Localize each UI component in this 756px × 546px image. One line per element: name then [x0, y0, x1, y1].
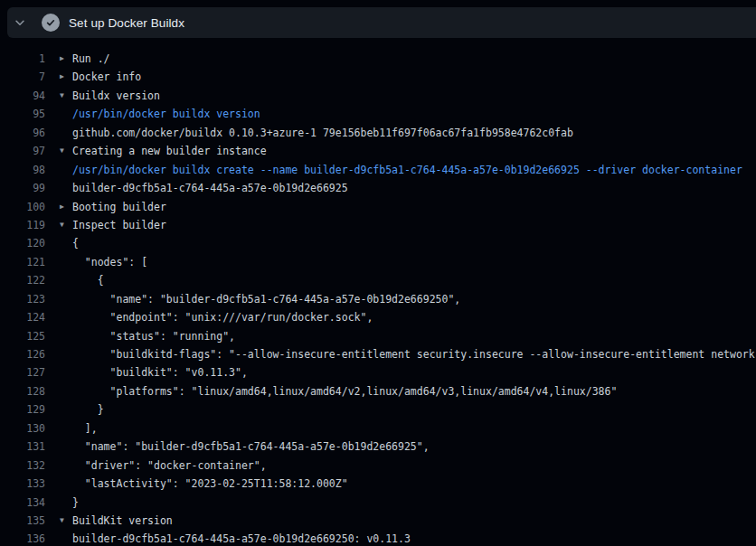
- log-line-row: 129 }: [0, 400, 756, 419]
- log-line-row: 136builder-d9cfb5a1-c764-445a-a57e-0b19d…: [0, 530, 756, 546]
- group-title: Creating a new builder instance: [72, 142, 756, 160]
- command-text: /usr/bin/docker buildx version: [72, 105, 756, 123]
- log-line-row: 131 "name": "builder-d9cfb5a1-c764-445a-…: [0, 438, 756, 456]
- line-number[interactable]: 121: [0, 253, 45, 271]
- output-text: "name": "builder-d9cfb5a1-c764-445a-a57e…: [72, 290, 756, 308]
- log-group-row[interactable]: 100▶Booting builder: [0, 198, 756, 216]
- group-collapsed-icon[interactable]: ▶: [60, 50, 72, 68]
- output-text: "platforms": "linux/amd64,linux/amd64/v2…: [72, 382, 756, 400]
- arrow-spacer: [60, 253, 72, 271]
- arrow-spacer: [60, 271, 72, 289]
- log-line-row: 98/usr/bin/docker buildx create --name b…: [0, 161, 756, 179]
- arrow-spacer: [60, 419, 72, 438]
- line-number[interactable]: 119: [0, 216, 45, 234]
- log-line-row: 127 "buildkit": "v0.11.3",: [0, 363, 756, 381]
- log-line-row: 125 "status": "running",: [0, 327, 756, 345]
- line-number[interactable]: 134: [0, 494, 45, 512]
- line-number[interactable]: 130: [0, 419, 45, 438]
- log-line-row: 121 "nodes": [: [0, 253, 756, 271]
- line-number[interactable]: 127: [0, 363, 45, 381]
- line-number[interactable]: 125: [0, 327, 45, 345]
- log-group-row[interactable]: 94▼Buildx version: [0, 87, 756, 105]
- log-line-row: 126 "buildkitd-flags": "--allow-insecure…: [0, 345, 756, 363]
- output-text: builder-d9cfb5a1-c764-445a-a57e-0b19d2e6…: [72, 530, 756, 546]
- check-circle-icon: [42, 14, 60, 32]
- line-number[interactable]: 97: [0, 142, 45, 160]
- group-expanded-icon[interactable]: ▼: [60, 512, 72, 530]
- log-group-row[interactable]: 119▼Inspect builder: [0, 216, 756, 234]
- log-line-row: 96github.com/docker/buildx 0.10.3+azure-…: [0, 124, 756, 142]
- line-number[interactable]: 98: [0, 161, 45, 179]
- output-text: "lastActivity": "2023-02-25T11:58:12.000…: [72, 475, 756, 493]
- arrow-spacer: [60, 530, 72, 546]
- command-text: /usr/bin/docker buildx create --name bui…: [72, 161, 756, 179]
- group-title: Inspect builder: [72, 216, 756, 234]
- output-text: {: [72, 234, 756, 252]
- line-number[interactable]: 96: [0, 124, 45, 142]
- arrow-spacer: [60, 290, 72, 308]
- group-collapsed-icon[interactable]: ▶: [60, 198, 72, 216]
- group-expanded-icon[interactable]: ▼: [60, 142, 72, 160]
- output-text: "buildkit": "v0.11.3",: [72, 363, 756, 381]
- arrow-spacer: [60, 494, 72, 512]
- group-title: Buildx version: [72, 87, 756, 105]
- log-line-row: 95/usr/bin/docker buildx version: [0, 105, 756, 123]
- arrow-spacer: [60, 234, 72, 252]
- group-collapsed-icon[interactable]: ▶: [60, 68, 72, 86]
- line-number[interactable]: 126: [0, 345, 45, 363]
- group-title: Docker info: [72, 68, 756, 86]
- log-line-row: 99builder-d9cfb5a1-c764-445a-a57e-0b19d2…: [0, 179, 756, 197]
- arrow-spacer: [60, 105, 72, 123]
- log-group-row[interactable]: 135▼BuildKit version: [0, 512, 756, 530]
- chevron-down-icon[interactable]: [7, 7, 33, 38]
- arrow-spacer: [60, 179, 72, 197]
- group-title: Booting builder: [72, 198, 756, 216]
- line-number[interactable]: 123: [0, 290, 45, 308]
- line-number[interactable]: 135: [0, 512, 45, 530]
- step-header[interactable]: Set up Docker Buildx: [7, 7, 756, 38]
- arrow-spacer: [60, 327, 72, 345]
- line-number[interactable]: 136: [0, 530, 45, 546]
- line-number[interactable]: 133: [0, 475, 45, 493]
- output-text: {: [72, 271, 756, 289]
- arrow-spacer: [60, 308, 72, 326]
- group-expanded-icon[interactable]: ▼: [60, 87, 72, 105]
- line-number[interactable]: 95: [0, 105, 45, 123]
- log-group-row[interactable]: 7▶Docker info: [0, 68, 756, 86]
- arrow-spacer: [60, 124, 72, 142]
- output-text: "status": "running",: [72, 327, 756, 345]
- arrow-spacer: [60, 161, 72, 179]
- log-line-row: 133 "lastActivity": "2023-02-25T11:58:12…: [0, 475, 756, 493]
- line-number[interactable]: 128: [0, 382, 45, 400]
- arrow-spacer: [60, 363, 72, 381]
- line-number[interactable]: 99: [0, 179, 45, 197]
- log-group-row[interactable]: 97▼Creating a new builder instance: [0, 142, 756, 160]
- output-text: ],: [72, 419, 756, 438]
- step-title: Set up Docker Buildx: [69, 16, 184, 30]
- log-line-row: 128 "platforms": "linux/amd64,linux/amd6…: [0, 382, 756, 400]
- output-text: }: [72, 400, 756, 419]
- group-expanded-icon[interactable]: ▼: [60, 216, 72, 234]
- arrow-spacer: [60, 382, 72, 400]
- output-text: "nodes": [: [72, 253, 756, 271]
- log-line-row: 134}: [0, 494, 756, 512]
- arrow-spacer: [60, 438, 72, 456]
- line-number[interactable]: 124: [0, 308, 45, 326]
- line-number[interactable]: 120: [0, 234, 45, 252]
- line-number[interactable]: 122: [0, 271, 45, 289]
- arrow-spacer: [60, 400, 72, 419]
- log-group-row[interactable]: 1▶Run ./: [0, 50, 756, 68]
- log-line-row: 124 "endpoint": "unix:///var/run/docker.…: [0, 308, 756, 326]
- line-number[interactable]: 131: [0, 438, 45, 456]
- line-number[interactable]: 1: [0, 50, 45, 68]
- output-text: }: [72, 494, 756, 512]
- output-text: builder-d9cfb5a1-c764-445a-a57e-0b19d2e6…: [72, 179, 756, 197]
- line-number[interactable]: 100: [0, 198, 45, 216]
- line-number[interactable]: 7: [0, 68, 45, 86]
- line-number[interactable]: 94: [0, 87, 45, 105]
- output-text: "endpoint": "unix:///var/run/docker.sock…: [72, 308, 756, 326]
- line-number[interactable]: 132: [0, 457, 45, 475]
- line-number[interactable]: 129: [0, 400, 45, 419]
- log-area[interactable]: 1▶Run ./7▶Docker info94▼Buildx version95…: [0, 38, 756, 546]
- log-line-row: 122 {: [0, 271, 756, 289]
